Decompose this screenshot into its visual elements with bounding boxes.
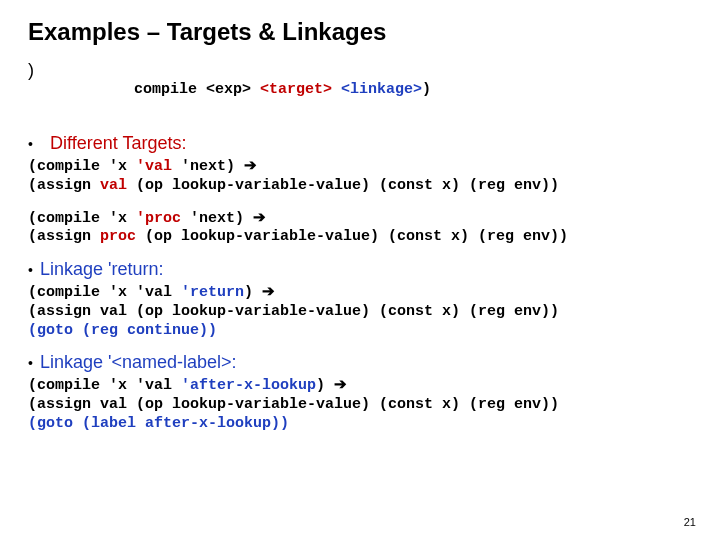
code-block-2: (compile 'x 'proc 'next) ➔ (assign proc … [28,208,692,248]
head-diff-targets-text: Different Targets: [50,133,186,153]
sig-target: <target> [260,81,332,98]
head-linkage-named: Linkage '<named-label>: [40,352,237,373]
code-line: (compile 'x 'val 'next) ➔ [28,156,692,177]
t: 'proc [136,210,181,227]
code-line: (compile 'x 'val 'return) ➔ [28,282,692,303]
signature-code: compile <exp> <target> <linkage>) [80,64,431,115]
t: val [100,177,127,194]
bullet-linkage-return: • Linkage 'return: [28,259,692,280]
t: 'after-x-lookup [181,377,316,394]
sig-sep [332,81,341,98]
t: (compile 'x 'val [28,377,181,394]
code-line: (assign proc (op lookup-variable-value) … [28,228,692,247]
head-linkage-return: Linkage 'return: [40,259,164,280]
t: (compile 'x 'val [28,284,181,301]
t: proc [100,228,136,245]
t: 'next) [181,210,253,227]
code-line: (assign val (op lookup-variable-value) (… [28,396,692,415]
arrow-icon: ➔ [244,156,257,173]
t: ) [244,284,262,301]
t: (compile 'x [28,158,136,175]
t: (op lookup-variable-value) (const x) (re… [136,228,568,245]
closing-paren: ) [28,60,34,81]
arrow-icon: ➔ [334,375,347,392]
t: 'return [181,284,244,301]
bullet-linkage-named: • Linkage '<named-label>: [28,352,692,373]
t: (op lookup-variable-value) (const x) (re… [127,177,559,194]
sig-close: ) [422,81,431,98]
page-number: 21 [684,516,696,528]
t: 'next) [172,158,244,175]
arrow-icon: ➔ [253,208,266,225]
code-line: (assign val (op lookup-variable-value) (… [28,303,692,322]
t: (assign [28,228,100,245]
slide-content: Examples – Targets & Linkages ) compile … [0,0,720,456]
code-block-3: (compile 'x 'val 'return) ➔ (assign val … [28,282,692,340]
code-block-4: (compile 'x 'val 'after-x-lookup) ➔ (ass… [28,375,692,433]
sig-linkage: <linkage> [341,81,422,98]
code-line: (compile 'x 'proc 'next) ➔ [28,208,692,229]
bullet-dot: • [28,136,50,152]
bullet-diff-targets: • Different Targets: [28,133,692,154]
t: 'val [136,158,172,175]
code-line: (goto (reg continue)) [28,322,692,341]
sig-prefix: compile <exp> [134,81,260,98]
code-line: (goto (label after-x-lookup)) [28,415,692,434]
t: (compile 'x [28,210,136,227]
t: (assign [28,177,100,194]
bullet-dot: • [28,262,40,278]
code-line: (compile 'x 'val 'after-x-lookup) ➔ [28,375,692,396]
t: ) [316,377,334,394]
slide-title: Examples – Targets & Linkages [28,18,692,46]
head-diff-targets: Different Targets: [50,133,186,154]
code-line: (assign val (op lookup-variable-value) (… [28,177,692,196]
code-block-1: (compile 'x 'val 'next) ➔ (assign val (o… [28,156,692,196]
signature-row: ) compile <exp> <target> <linkage>) [28,60,692,115]
arrow-icon: ➔ [262,282,275,299]
bullet-dot: • [28,355,40,371]
